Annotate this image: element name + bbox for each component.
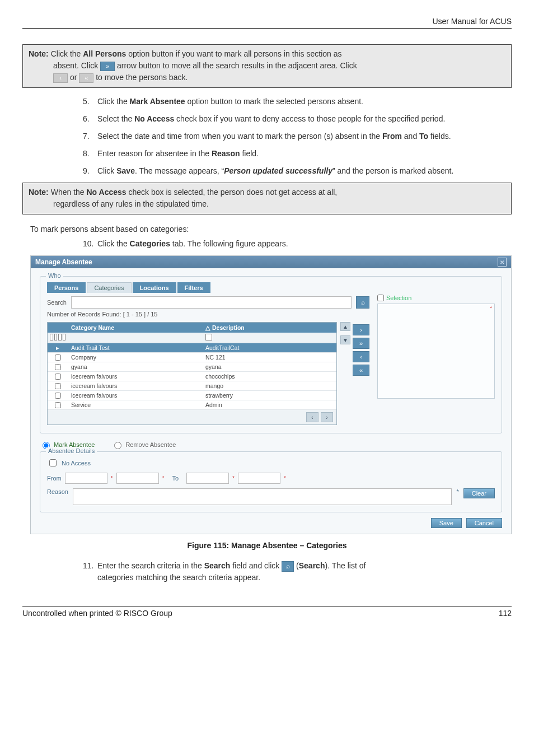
req-icon: *: [111, 475, 113, 482]
note1-or: or: [70, 73, 79, 82]
search-input[interactable]: [71, 296, 352, 309]
step-11-block: 11. Enter the search criteria in the Sea…: [83, 560, 512, 584]
step-num: 8.: [83, 148, 97, 160]
grid-cell[interactable]: Audit Trail Test: [68, 343, 202, 352]
req-icon: *: [162, 475, 165, 482]
grid-cell[interactable]: strawberry: [202, 391, 336, 400]
records-found: Number of Records Found: [ 1 - 15 ] / 15: [47, 311, 369, 318]
no-access-label: No Access: [62, 460, 91, 466]
no-access-label: No Access: [86, 188, 126, 197]
pager-next[interactable]: ›: [321, 412, 333, 422]
save-button[interactable]: Save: [431, 518, 462, 528]
note1-t2: option button if you want to mark all pe…: [126, 49, 341, 58]
category-grid: Category Name △ Description ▸ Audit Trai…: [47, 322, 337, 425]
row-checkbox[interactable]: [55, 364, 61, 370]
move-left-button[interactable]: ‹: [353, 351, 369, 362]
grid-cell[interactable]: gyana: [202, 362, 336, 371]
figure-manage-absentee: Manage Absentee ✕ Who Persons Categories…: [30, 255, 512, 534]
t: ). The list of: [325, 561, 366, 570]
t: tab. The following figure appears.: [170, 239, 288, 248]
selection-list: *: [377, 304, 495, 399]
tab-persons[interactable]: Persons: [47, 282, 86, 293]
move-all-right-button[interactable]: »: [353, 338, 369, 349]
row-checkbox[interactable]: [55, 383, 61, 389]
note-box-1: Note: Click the All Persons option butto…: [22, 44, 512, 88]
doc-header-title: User Manual for ACUS: [22, 17, 512, 28]
n2t2: check box is selected, the person does n…: [127, 188, 338, 197]
t: Enter the search criteria in the: [97, 561, 204, 570]
grid-cell[interactable]: gyana: [68, 362, 202, 371]
req-icon: *: [232, 475, 235, 482]
step-10-block: 10.Click the Categories tab. The followi…: [83, 238, 512, 250]
filter-icon[interactable]: [54, 334, 58, 340]
selection-label: Selection: [386, 295, 411, 301]
from-date-input[interactable]: [65, 473, 107, 484]
row-checkbox[interactable]: [55, 402, 61, 408]
grid-cell[interactable]: icecream falvours: [68, 391, 202, 400]
reason-textarea[interactable]: [73, 488, 452, 505]
no-access-checkbox[interactable]: [49, 459, 57, 466]
filter-icon[interactable]: [205, 334, 212, 340]
footer-left: Uncontrolled when printed © RISCO Group: [22, 609, 172, 618]
cancel-button[interactable]: Cancel: [466, 518, 502, 528]
grid-cell[interactable]: icecream falvours: [68, 381, 202, 390]
tab-locations[interactable]: Locations: [133, 282, 176, 293]
tab-filters[interactable]: Filters: [177, 282, 210, 293]
grid-cell[interactable]: NC 121: [202, 353, 336, 362]
to-label: To: [172, 475, 179, 482]
col-description[interactable]: Description: [212, 324, 245, 331]
note-box-2: Note: When the No Access check box is se…: [22, 183, 512, 214]
step-num: 6.: [83, 113, 97, 125]
grid-cell[interactable]: Company: [68, 353, 202, 362]
t: Click: [97, 166, 116, 175]
move-all-left-icon: «: [79, 73, 93, 83]
window-title: Manage Absentee: [35, 258, 92, 266]
filter-icon[interactable]: [63, 334, 66, 340]
filter-icon[interactable]: [50, 334, 53, 340]
grid-cell[interactable]: icecream falvours: [68, 372, 202, 381]
steps-a: 5.Click the Mark Absentee option button …: [83, 96, 512, 177]
t: categories matching the search criteria …: [97, 573, 260, 582]
pager-prev[interactable]: ‹: [306, 412, 318, 422]
to-time-input[interactable]: [238, 473, 280, 484]
grid-cell[interactable]: Admin: [202, 400, 336, 409]
scroll-up-icon[interactable]: ▲: [340, 322, 350, 331]
step-num: 10.: [83, 238, 97, 250]
t: (: [294, 561, 299, 570]
filter-icon[interactable]: [58, 334, 62, 340]
search-label: Search: [47, 299, 67, 306]
t: To: [419, 132, 428, 141]
row-checkbox[interactable]: [55, 374, 61, 380]
clear-button[interactable]: Clear: [463, 488, 495, 498]
t: Enter reason for absentee in the: [97, 149, 212, 158]
row-checkbox[interactable]: [55, 354, 61, 361]
close-icon[interactable]: ✕: [498, 258, 507, 267]
search-button[interactable]: ⌕: [356, 296, 369, 309]
who-legend-label: Who: [46, 272, 63, 279]
selection-checkbox[interactable]: [377, 295, 384, 301]
selection-checkbox-label[interactable]: Selection: [377, 295, 495, 301]
move-right-button[interactable]: ›: [353, 324, 369, 335]
all-persons-label: All Persons: [83, 49, 126, 58]
from-time-input[interactable]: [116, 473, 159, 484]
t: option button to mark the selected perso…: [185, 97, 363, 106]
grid-cell[interactable]: mango: [202, 381, 336, 390]
tab-categories[interactable]: Categories: [87, 282, 131, 293]
header-rule: [22, 28, 512, 29]
grid-cell[interactable]: Service: [68, 400, 202, 409]
req-icon: *: [284, 475, 286, 482]
col-category-name[interactable]: Category Name: [71, 324, 114, 331]
remove-absentee-radio[interactable]: Remove Absentee: [111, 440, 176, 449]
grid-cell[interactable]: AuditTrailCat: [202, 343, 336, 352]
sort-asc-icon[interactable]: △: [205, 324, 210, 331]
grid-cell[interactable]: chocochips: [202, 372, 336, 381]
row-checkbox[interactable]: [55, 393, 61, 399]
t: ” and the person is marked absent.: [332, 166, 453, 175]
scroll-down-icon[interactable]: ▼: [340, 335, 350, 344]
remove-absentee-radio-input[interactable]: [114, 442, 121, 449]
move-all-left-button[interactable]: «: [353, 365, 369, 376]
to-date-input[interactable]: [186, 473, 229, 484]
req-icon: *: [456, 488, 458, 495]
t: and: [402, 132, 419, 141]
t: check box if you want to deny access to …: [174, 114, 445, 123]
